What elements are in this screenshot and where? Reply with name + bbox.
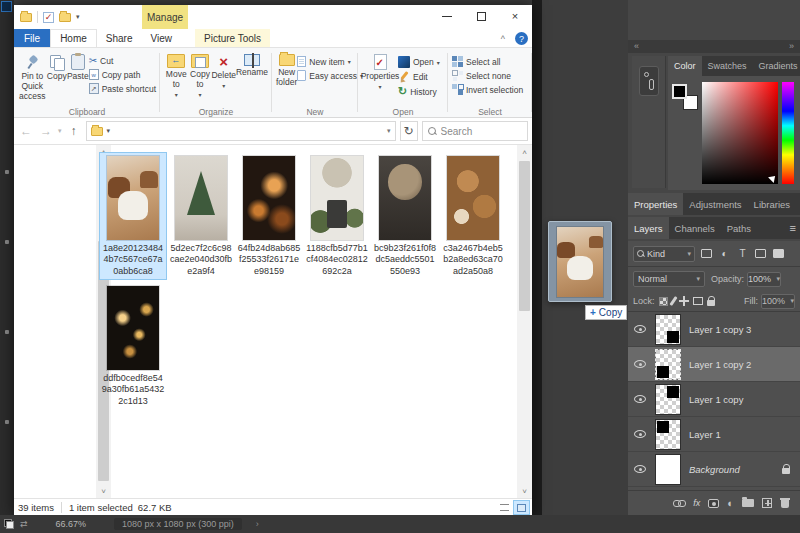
collapse-left-icon[interactable]: «: [634, 41, 639, 51]
visibility-eye-icon[interactable]: [634, 465, 646, 473]
file-item[interactable]: 64fb24d8ab685f25533f26171ee98159: [236, 153, 302, 279]
forward-button[interactable]: →: [38, 124, 54, 138]
shape-layer-filter-icon[interactable]: [754, 247, 767, 261]
copy-path-button[interactable]: w Copy path: [89, 69, 156, 80]
layer-thumbnail[interactable]: [656, 455, 680, 484]
address-input[interactable]: ▾ ▾: [86, 121, 396, 141]
tab-channels[interactable]: Channels: [669, 217, 721, 239]
tab-libraries[interactable]: Libraries: [748, 193, 796, 215]
tab-adjustments[interactable]: Adjustments: [683, 193, 747, 215]
new-folder-button[interactable]: New folder: [276, 51, 297, 105]
maximize-button[interactable]: [464, 5, 498, 27]
contextual-tab-manage[interactable]: Manage: [142, 5, 188, 29]
search-input[interactable]: [441, 126, 522, 137]
adjustment-layer-filter-icon[interactable]: ◐: [718, 247, 731, 261]
smart-object-filter-icon[interactable]: [772, 247, 785, 261]
copy-button[interactable]: Copy: [47, 51, 67, 105]
visibility-eye-icon[interactable]: [634, 360, 646, 368]
saturation-brightness-picker[interactable]: [702, 82, 778, 184]
tab-share[interactable]: Share: [97, 29, 142, 47]
up-button[interactable]: ↑: [66, 124, 82, 138]
file-item[interactable]: 1188cfb5d77b1cf4084ec02812692c2a: [304, 153, 370, 279]
layer-row[interactable]: Layer 1 copy: [628, 382, 800, 417]
dragged-file-ghost[interactable]: [548, 221, 612, 302]
history-button[interactable]: ↻ History: [398, 86, 440, 97]
copy-to-button[interactable]: Copy to ▾: [189, 51, 212, 105]
zoom-level[interactable]: 66.67%: [56, 519, 87, 529]
blend-mode-dropdown[interactable]: Normal ▾: [633, 271, 705, 287]
tab-home[interactable]: Home: [50, 29, 97, 47]
file-item[interactable]: ddfb0cedf8e549a30fb61a54322c1d13: [100, 283, 166, 409]
scroll-down-icon[interactable]: ˅: [517, 484, 532, 498]
paste-button[interactable]: Paste: [67, 51, 89, 105]
link-layers-icon[interactable]: [673, 499, 685, 507]
folder-icon[interactable]: [20, 13, 32, 22]
tab-file[interactable]: File: [14, 29, 50, 47]
collapse-ribbon-icon[interactable]: ^: [501, 34, 505, 44]
lock-paint-icon[interactable]: [669, 296, 677, 306]
collapse-right-icon[interactable]: »: [789, 41, 794, 51]
paste-shortcut-button[interactable]: ↗ Paste shortcut: [89, 83, 156, 94]
panel-menu-icon[interactable]: ≡: [786, 217, 800, 239]
qat-customize-icon[interactable]: ▾: [76, 13, 80, 21]
open-button[interactable]: Open ▾: [398, 56, 440, 68]
move-to-button[interactable]: Move to ▾: [164, 51, 189, 105]
new-item-button[interactable]: New item ▾: [297, 56, 363, 67]
pixel-layer-filter-icon[interactable]: [700, 247, 713, 261]
hue-strip[interactable]: [782, 82, 794, 184]
tab-properties[interactable]: Properties: [628, 193, 683, 215]
files-scrollbar[interactable]: ˄ ˅: [517, 145, 532, 498]
close-button[interactable]: ×: [498, 5, 532, 27]
delete-layer-icon[interactable]: [780, 498, 790, 508]
layer-thumbnail[interactable]: [656, 385, 680, 414]
cut-button[interactable]: ✂ Cut: [89, 56, 156, 66]
layer-row[interactable]: Layer 1 copy 3: [628, 312, 800, 347]
new-adjustment-layer-icon[interactable]: ◐: [727, 498, 734, 509]
scroll-down-icon[interactable]: ˅: [96, 484, 111, 498]
lock-all-icon[interactable]: [707, 296, 715, 306]
tab-gradients[interactable]: Gradients: [753, 56, 800, 76]
folder-icon[interactable]: [59, 13, 71, 22]
back-button[interactable]: ←: [18, 124, 34, 138]
scroll-up-icon[interactable]: ˄: [517, 145, 532, 159]
file-item-selected[interactable]: 1a8e201234844b7c567ce67a0abb6ca8: [100, 153, 166, 279]
layer-filter-kind-dropdown[interactable]: Kind ▾: [633, 246, 695, 262]
file-item[interactable]: bc9b23f261f0f8dc5aeddc5501550e93: [372, 153, 438, 279]
address-dropdown-icon[interactable]: ▾: [387, 127, 391, 135]
layer-thumbnail[interactable]: [656, 315, 680, 344]
layer-thumbnail[interactable]: [656, 420, 680, 449]
fill-value[interactable]: 100% ▾: [761, 294, 795, 309]
foreground-background-swatches[interactable]: [672, 84, 698, 110]
thumbnails-view-button[interactable]: [514, 501, 529, 514]
add-layer-mask-icon[interactable]: [708, 499, 719, 508]
tab-swatches[interactable]: Swatches: [702, 56, 753, 76]
status-expand-icon[interactable]: ›: [256, 519, 259, 529]
delete-button[interactable]: × Delete ▾: [211, 51, 236, 105]
new-layer-icon[interactable]: [762, 498, 772, 508]
file-item[interactable]: c3a2467b4eb5b2a8ed63ca70ad2a50a8: [440, 153, 506, 279]
lock-position-icon[interactable]: [679, 296, 689, 306]
rename-button[interactable]: Rename: [236, 51, 268, 105]
opacity-value[interactable]: 100% ▾: [747, 272, 781, 287]
properties-button[interactable]: Properties ▾: [362, 51, 398, 105]
layer-row[interactable]: Layer 1: [628, 417, 800, 452]
layer-row-background[interactable]: Background: [628, 452, 800, 487]
select-none-button[interactable]: Select none: [452, 70, 523, 81]
tab-paths[interactable]: Paths: [721, 217, 757, 239]
type-layer-filter-icon[interactable]: T: [736, 247, 749, 261]
details-view-button[interactable]: [497, 501, 512, 514]
file-item[interactable]: 5d2ec7f2c6c98cae2e040d30fbe2a9f4: [168, 153, 234, 279]
invert-selection-button[interactable]: Invert selection: [452, 84, 523, 95]
select-all-button[interactable]: Select all: [452, 56, 523, 67]
visibility-eye-icon[interactable]: [634, 430, 646, 438]
layer-row-selected[interactable]: Layer 1 copy 2: [628, 347, 800, 382]
tab-color[interactable]: Color: [668, 56, 702, 76]
tab-picture-tools[interactable]: Picture Tools: [195, 29, 270, 47]
visibility-eye-icon[interactable]: [634, 325, 646, 333]
foreground-color-swatch[interactable]: [672, 84, 687, 99]
properties-check-icon[interactable]: ✓: [43, 12, 54, 23]
search-box[interactable]: [422, 121, 528, 141]
pin-to-quick-access-button[interactable]: Pin to Quick access: [18, 51, 47, 105]
tab-view[interactable]: View: [142, 29, 182, 47]
collapsed-panel-icon[interactable]: [639, 66, 659, 96]
